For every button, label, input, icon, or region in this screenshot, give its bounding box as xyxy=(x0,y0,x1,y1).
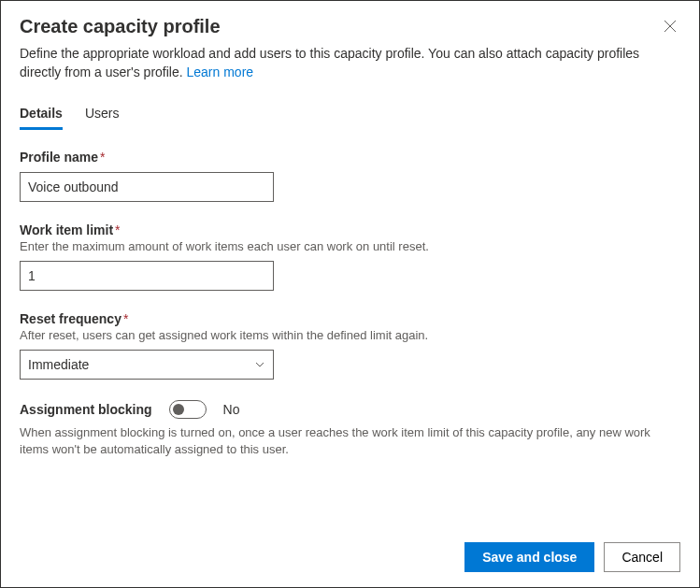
field-assignment-blocking: Assignment blocking No When assignment b… xyxy=(20,400,680,458)
assignment-blocking-toggle[interactable] xyxy=(169,400,207,419)
assignment-blocking-state: No xyxy=(223,402,240,417)
required-indicator: * xyxy=(115,222,120,237)
dialog-title: Create capacity profile xyxy=(20,16,221,37)
assignment-blocking-row: Assignment blocking No xyxy=(20,400,680,419)
tab-users[interactable]: Users xyxy=(85,98,120,130)
reset-frequency-select[interactable]: Immediate xyxy=(20,350,274,380)
subtitle-text: Define the appropriate workload and add … xyxy=(20,46,639,79)
save-and-close-button[interactable]: Save and close xyxy=(464,542,594,572)
dialog-subtitle: Define the appropriate workload and add … xyxy=(20,45,680,81)
field-reset-frequency: Reset frequency* After reset, users can … xyxy=(20,311,680,380)
required-indicator: * xyxy=(123,311,128,326)
dialog-footer: Save and close Cancel xyxy=(20,531,680,572)
learn-more-link[interactable]: Learn more xyxy=(187,65,254,79)
work-item-limit-help: Enter the maximum amount of work items e… xyxy=(20,239,680,253)
chevron-down-icon xyxy=(254,359,265,370)
form-body: Profile name* Work item limit* Enter the… xyxy=(20,150,680,531)
required-indicator: * xyxy=(100,150,105,165)
tab-details[interactable]: Details xyxy=(20,98,63,130)
profile-name-label-row: Profile name* xyxy=(20,150,680,165)
tab-list: Details Users xyxy=(20,98,680,131)
work-item-limit-label: Work item limit xyxy=(20,222,113,237)
close-icon xyxy=(664,20,677,33)
reset-frequency-value: Immediate xyxy=(28,357,89,372)
field-profile-name: Profile name* xyxy=(20,150,680,202)
field-work-item-limit: Work item limit* Enter the maximum amoun… xyxy=(20,222,680,291)
reset-frequency-help: After reset, users can get assigned work… xyxy=(20,328,680,342)
profile-name-input[interactable] xyxy=(20,172,274,202)
create-capacity-profile-dialog: Create capacity profile Define the appro… xyxy=(0,0,700,588)
profile-name-label: Profile name xyxy=(20,150,98,165)
toggle-knob xyxy=(173,404,184,415)
reset-frequency-label: Reset frequency xyxy=(20,311,121,326)
reset-frequency-label-row: Reset frequency* xyxy=(20,311,680,326)
assignment-blocking-label: Assignment blocking xyxy=(20,402,152,417)
work-item-limit-input[interactable] xyxy=(20,261,274,291)
close-button[interactable] xyxy=(660,16,680,39)
cancel-button[interactable]: Cancel xyxy=(604,542,680,572)
assignment-blocking-help: When assignment blocking is turned on, o… xyxy=(20,424,680,458)
dialog-header: Create capacity profile xyxy=(20,16,680,39)
work-item-limit-label-row: Work item limit* xyxy=(20,222,680,237)
